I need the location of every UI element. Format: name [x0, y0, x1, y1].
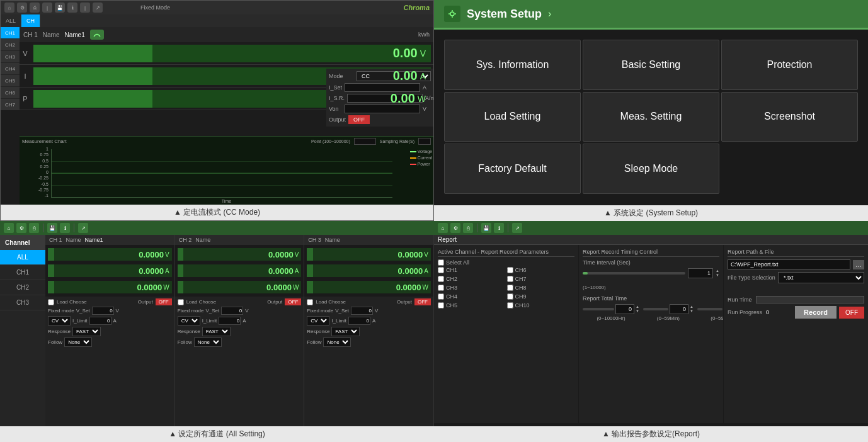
record-button[interactable]: Record: [795, 306, 837, 319]
ch2-load-checkbox[interactable]: [178, 299, 184, 305]
record-off-button[interactable]: OFF: [839, 307, 864, 319]
ch1-follow-select[interactable]: None: [64, 337, 92, 347]
home-icon[interactable]: ⌂: [4, 3, 14, 13]
ch5-checkbox[interactable]: [438, 302, 444, 309]
hours-spinbox[interactable]: 0: [615, 304, 634, 314]
info-icon-br[interactable]: ℹ: [494, 223, 504, 233]
hours-down[interactable]: ▼: [636, 309, 639, 314]
iset-input[interactable]: 0: [345, 83, 420, 92]
ch3-load-checkbox[interactable]: [307, 299, 313, 305]
time-interval-label: Time Interval (Sec): [583, 259, 631, 266]
ch4-item[interactable]: CH4: [1, 63, 20, 74]
ch1-load-checkbox[interactable]: [48, 299, 54, 305]
factory-default-button[interactable]: Factory Default: [444, 144, 581, 194]
ch2-item[interactable]: CH2: [1, 39, 20, 50]
path-input[interactable]: [728, 259, 850, 269]
sidebar-ch3[interactable]: CH3: [0, 295, 45, 310]
settings-icon-br[interactable]: ⚙: [450, 223, 460, 233]
output-button[interactable]: OFF: [348, 115, 370, 124]
ch7-item[interactable]: CH7: [1, 99, 20, 110]
ch3-response-select[interactable]: FAST: [331, 327, 360, 336]
basic-setting-button[interactable]: Basic Setting: [583, 40, 719, 90]
mins-slider[interactable]: [643, 308, 668, 310]
hours-up[interactable]: ▲: [636, 305, 639, 309]
ch3-ilimit-input[interactable]: [348, 317, 370, 325]
ch10-checkbox[interactable]: [507, 302, 513, 309]
settings-icon-bl[interactable]: ⚙: [16, 223, 26, 233]
ch3-mode-select[interactable]: CV: [307, 316, 329, 326]
mins-up[interactable]: ▲: [690, 305, 694, 309]
mins-spinbox[interactable]: 0: [670, 304, 688, 314]
time-interval-slider[interactable]: [583, 272, 685, 275]
bl-content: Channel ALL CH1 CH2 CH3 CH 1 Name Name1: [0, 235, 434, 427]
meas-setting-button[interactable]: Meas. Setting: [583, 92, 719, 142]
ch3-vset-input[interactable]: [351, 307, 373, 315]
ch3-output-btn[interactable]: OFF: [414, 298, 431, 305]
sidebar-ch2[interactable]: CH2: [0, 280, 45, 295]
hours-slider[interactable]: [583, 308, 614, 310]
print-icon-bl[interactable]: ⎙: [29, 223, 39, 233]
legend-current: Current: [418, 156, 432, 160]
tab-all[interactable]: ALL: [1, 14, 21, 27]
sidebar-ch1[interactable]: CH1: [0, 265, 45, 280]
ch2-response-select[interactable]: FAST: [202, 327, 231, 336]
ch2-checkbox[interactable]: [438, 276, 444, 282]
sampling-input[interactable]: 1: [418, 138, 431, 145]
ch2-mode-select[interactable]: CV: [178, 316, 200, 326]
ch5-item[interactable]: CH5: [1, 75, 20, 86]
home-icon-bl[interactable]: ⌂: [4, 223, 14, 233]
sidebar-all[interactable]: ALL: [0, 250, 45, 265]
ch1-item[interactable]: CH1: [1, 27, 20, 38]
select-all-checkbox[interactable]: [438, 259, 444, 266]
export-icon-bl[interactable]: ↗: [78, 223, 88, 233]
ch4-checkbox[interactable]: [438, 293, 444, 300]
ch2-ilimit-input[interactable]: [219, 317, 241, 325]
spinbox-up[interactable]: ▲: [716, 269, 719, 273]
ch1-response-select[interactable]: FAST: [72, 327, 101, 336]
von-input[interactable]: 0: [345, 105, 420, 113]
ch2-follow-select[interactable]: None: [194, 337, 222, 347]
ch1-mode-select[interactable]: CV: [48, 316, 71, 326]
ch2-vset-input[interactable]: [221, 307, 243, 315]
spinbox-down[interactable]: ▼: [716, 273, 719, 278]
print-icon[interactable]: ⎙: [30, 3, 40, 13]
ch6-checkbox[interactable]: [507, 267, 513, 273]
tab-ch[interactable]: CH: [21, 14, 40, 27]
chart-point-input[interactable]: 100: [354, 138, 376, 145]
home-icon-br[interactable]: ⌂: [438, 223, 448, 233]
ch1-vset-input[interactable]: [92, 307, 114, 315]
export-icon[interactable]: ↗: [93, 3, 103, 13]
ch3-p-value: 0.0000: [396, 283, 421, 292]
ch3-checkbox[interactable]: [438, 285, 444, 291]
mins-down[interactable]: ▼: [690, 309, 694, 314]
run-progress-label: Run Progress: [728, 309, 762, 315]
info-icon[interactable]: ℹ: [67, 3, 77, 13]
ch2-output-btn[interactable]: OFF: [285, 298, 301, 305]
save-icon[interactable]: 💾: [55, 3, 65, 13]
browse-button[interactable]: …: [853, 260, 864, 269]
ch3-item[interactable]: CH3: [1, 51, 20, 62]
time-interval-spinbox[interactable]: 1: [688, 268, 713, 278]
screenshot-button[interactable]: Screenshot: [721, 92, 858, 142]
export-icon-br[interactable]: ↗: [512, 223, 522, 233]
ch9-checkbox[interactable]: [507, 293, 513, 300]
protection-button[interactable]: Protection: [721, 40, 858, 90]
file-type-select[interactable]: *.txt: [778, 272, 864, 283]
sys-info-button[interactable]: Sys. Information: [444, 40, 581, 90]
ch6-item[interactable]: CH6: [1, 87, 20, 98]
print-icon-br[interactable]: ⎙: [463, 223, 473, 233]
ch3-follow-select[interactable]: None: [323, 337, 351, 347]
settings-icon[interactable]: ⚙: [17, 3, 27, 13]
ch1-output-btn[interactable]: OFF: [156, 298, 172, 305]
load-setting-button[interactable]: Load Setting: [444, 92, 581, 142]
secs-slider[interactable]: [697, 308, 722, 310]
sleep-mode-button[interactable]: Sleep Mode: [583, 144, 719, 194]
ch1-ilimit-input[interactable]: [89, 317, 111, 325]
save-icon-bl[interactable]: 💾: [47, 223, 57, 233]
save-icon-br[interactable]: 💾: [481, 223, 491, 233]
ch1-checkbox[interactable]: [438, 267, 444, 273]
info-icon-bl[interactable]: ℹ: [60, 223, 70, 233]
ch7-checkbox[interactable]: [507, 276, 513, 282]
ch1-header: CH 1 Name Name1: [45, 235, 174, 245]
ch8-checkbox[interactable]: [507, 285, 513, 291]
